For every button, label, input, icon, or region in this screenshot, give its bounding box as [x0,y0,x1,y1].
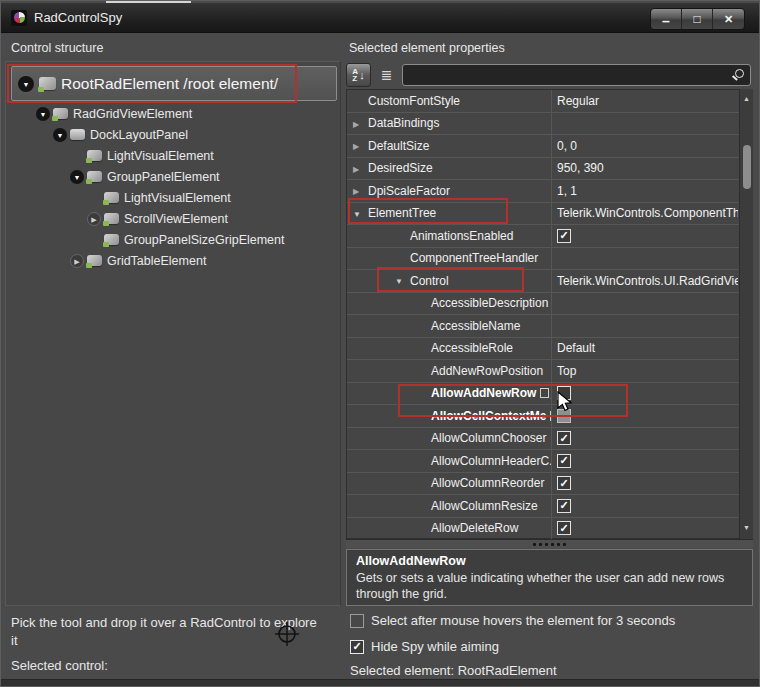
property-row-allowcellcontextmenu[interactable]: AllowCellContextMe [347,405,752,428]
tree-item-scrollviewelement[interactable]: ScrollViewElement [6,208,340,229]
property-value-cell[interactable] [551,315,738,337]
splitter-grip[interactable] [346,539,753,548]
hover-select-checkbox-row[interactable]: Select after mouse hovers the element fo… [350,613,675,628]
checkbox-checked-icon[interactable] [557,454,571,468]
maximize-button[interactable] [682,9,713,29]
property-row[interactable]: AllowColumnHeaderC... [347,450,752,473]
property-value-cell[interactable] [551,225,738,247]
property-value-cell[interactable] [551,473,738,495]
property-row-allowaddnewrow[interactable]: AllowAddNewRow [347,383,752,406]
tree-item-label: ScrollViewElement [124,212,228,226]
property-row[interactable]: CustomFontStyle Regular [347,90,752,113]
property-value-cell[interactable] [551,383,738,405]
property-row-elementtree[interactable]: ElementTree Telerik.WinControls.Componen… [347,203,752,226]
property-name: ElementTree [368,206,436,220]
pick-tool-crosshair-icon[interactable] [273,620,301,648]
property-row[interactable]: DpiScaleFactor 1, 1 [347,180,752,203]
expander-icon[interactable] [353,187,359,196]
tree-item-lightvisualelement[interactable]: LightVisualElement [6,145,340,166]
property-value-cell[interactable] [551,450,738,472]
window-bottom-edge [1,679,759,686]
tree-expander-icon[interactable] [36,107,50,121]
checkbox-checked-icon[interactable] [557,499,571,513]
property-value-cell[interactable]: 1, 1 [551,180,738,202]
tree-expander-icon[interactable] [70,254,84,268]
property-value: Telerik.WinControls.ComponentThe [557,206,738,220]
property-name: AllowCellContextMe [431,409,546,423]
property-value-cell[interactable] [551,495,738,517]
sort-alphabetical-button[interactable] [346,63,371,87]
property-value-cell[interactable] [551,428,738,450]
property-row[interactable]: AllowDeleteRow [347,518,752,541]
property-row[interactable]: AllowColumnChooser [347,428,752,451]
tree-item-radgridviewelement[interactable]: RadGridViewElement [6,103,340,124]
property-row[interactable]: AnimationsEnabled [347,225,752,248]
property-value-cell[interactable]: 0, 0 [551,135,738,157]
property-name: AllowDeleteRow [431,521,518,535]
property-row[interactable]: ComponentTreeHandler [347,248,752,271]
search-input[interactable] [403,65,750,85]
property-value-cell[interactable] [551,405,738,427]
property-value-cell[interactable]: Telerik.WinControls.ComponentThe [551,203,738,225]
description-title: AllowAddNewRow [356,554,743,568]
property-row[interactable]: AddNewRowPosition Top [347,360,752,383]
checkbox-checked-icon[interactable] [557,431,571,445]
property-value-cell[interactable]: Regular [551,90,738,112]
checkbox-checked-icon[interactable] [557,521,571,535]
property-value-cell[interactable] [551,248,738,270]
expander-icon[interactable] [353,120,359,129]
property-row[interactable]: AllowColumnResize [347,495,752,518]
close-button[interactable] [713,9,744,29]
telerik-logo-icon [11,10,27,26]
property-row[interactable]: DefaultSize 0, 0 [347,135,752,158]
tree-expander-icon[interactable] [87,212,101,226]
element-icon [39,77,56,90]
property-modified-icon[interactable] [550,411,551,421]
tree-item-label: RadGridViewElement [73,107,192,121]
hide-spy-checkbox-row[interactable]: Hide Spy while aiming [350,639,499,654]
checkbox-checked-icon[interactable] [557,229,571,243]
property-row[interactable]: DataBindings [347,113,752,136]
property-row[interactable]: AccessibleDescription [347,293,752,316]
checkbox-checked-icon[interactable] [350,640,364,654]
tree-item-gridtableelement[interactable]: GridTableElement [6,250,340,271]
checkbox-unchecked-icon[interactable] [350,614,364,628]
property-row[interactable]: AllowColumnReorder [347,473,752,496]
expander-icon[interactable] [353,142,359,151]
scrollbar-down-icon[interactable] [740,524,753,531]
tree-item-docklayoutpanel[interactable]: DockLayoutPanel [6,124,340,145]
scrollbar-thumb[interactable] [743,145,751,189]
property-value: Regular [557,94,599,108]
property-value-cell[interactable]: Default [551,338,738,360]
property-value-cell[interactable] [551,518,738,540]
tree-item-lightvisualelement-2[interactable]: LightVisualElement [6,187,340,208]
property-value-cell[interactable]: Telerik.WinControls.UI.RadGridView [551,270,738,292]
property-value-cell[interactable]: Top [551,360,738,382]
scrollbar-up-icon[interactable] [740,95,753,102]
checkbox-checked-icon[interactable] [557,476,571,490]
tree-expander-icon[interactable] [18,76,34,92]
tree-item-grouppanelsizegripelement[interactable]: GroupPanelSizeGripElement [6,229,340,250]
property-name: DesiredSize [368,161,433,175]
tree-item-rootradelement[interactable]: RootRadElement /root element/ [11,66,337,101]
minimize-button[interactable] [651,9,682,29]
property-value-cell[interactable]: 950, 390 [551,158,738,180]
property-row[interactable]: DesiredSize 950, 390 [347,158,752,181]
title-bar[interactable]: RadControlSpy [1,3,759,33]
property-row-control[interactable]: Control Telerik.WinControls.UI.RadGridVi… [347,270,752,293]
tree-item-label: LightVisualElement [124,191,231,205]
property-value-cell[interactable] [551,113,738,135]
tree-expander-icon[interactable] [53,128,67,142]
property-value-cell[interactable] [551,293,738,315]
property-modified-icon[interactable] [540,388,549,398]
categorize-button[interactable] [374,63,399,87]
tree-expander-icon[interactable] [70,170,84,184]
expander-icon[interactable] [395,277,403,286]
property-row[interactable]: AccessibleRole Default [347,338,752,361]
expander-icon[interactable] [353,210,361,219]
vertical-scrollbar[interactable] [739,89,753,539]
property-row[interactable]: AccessibleName [347,315,752,338]
property-name: AnimationsEnabled [410,229,513,243]
tree-item-grouppanelelement[interactable]: GroupPanelElement [6,166,340,187]
expander-icon[interactable] [353,165,359,174]
